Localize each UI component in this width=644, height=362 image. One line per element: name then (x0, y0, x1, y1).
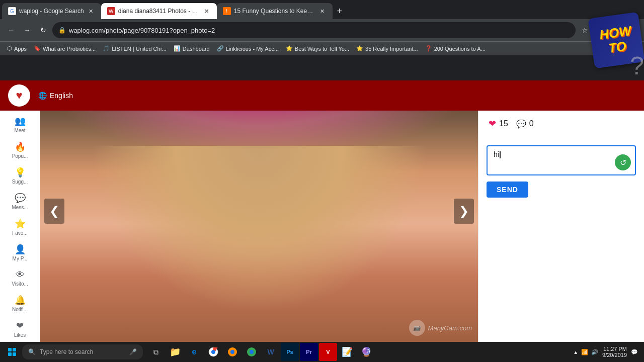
tab-funny-label: 15 Funny Questions to Keep On... (234, 8, 315, 15)
apps-icon: ⬡ (7, 45, 12, 52)
tab-funny-close[interactable]: ✕ (318, 7, 327, 15)
comment-input[interactable]: hi (494, 150, 629, 158)
sidebar-item-my-profile[interactable]: 👤 My P... (0, 240, 40, 265)
task-view-button[interactable]: ⧉ (147, 343, 165, 361)
bookmark-35-important[interactable]: ⭐ 35 Really Important... (353, 44, 421, 53)
waplog-header: ♥ 🌐 English Log in (0, 80, 644, 111)
sidebar-item-notifications[interactable]: 🔔 Notifi... (0, 291, 40, 316)
back-button[interactable]: ← (4, 23, 18, 37)
unknown-app[interactable]: 🔮 (357, 343, 375, 361)
link-icon: 🔗 (217, 45, 224, 52)
browser-chrome: G waplog - Google Search ✕ W diana diana… (0, 0, 644, 50)
bookmark-dashboard[interactable]: 📊 Dashboard (171, 44, 213, 53)
tab-bar: G waplog - Google Search ✕ W diana diana… (0, 0, 644, 19)
chrome-3[interactable] (243, 343, 261, 361)
taskbar: 🔍 Type here to search 🎤 ⧉ 📁 e W Ps Pr V … (0, 342, 644, 362)
sidebar-item-meet[interactable]: 👥 Meet (0, 112, 40, 137)
tab-google-favicon: G (8, 7, 16, 15)
time-display: 11:27 PM (602, 346, 627, 352)
windows-logo (8, 348, 16, 356)
emoji-button[interactable]: ↺ (615, 154, 631, 170)
sidebar-item-suggestions[interactable]: 💡 Sugg... (0, 163, 40, 189)
sidebar-item-favorites[interactable]: ⭐ Favo... (0, 214, 40, 240)
text-cursor (500, 151, 501, 158)
suggestions-icon: 💡 (15, 167, 26, 178)
language-selector[interactable]: 🌐 English (38, 92, 73, 100)
heart-stat-icon: ❤ (489, 118, 496, 129)
sidebar: 👤 👥 Meet 🔥 Popu... 💡 Sugg... 💬 Mess... ⭐… (0, 80, 40, 342)
svg-point-3 (230, 350, 234, 354)
comments-stat: 💬 0 (516, 119, 534, 129)
bookmark-apps[interactable]: ⬡ Apps (4, 44, 30, 53)
network-icon: 📶 (581, 349, 588, 355)
chrome-taskbar[interactable] (204, 343, 222, 361)
waplog-logo: ♥ (8, 84, 30, 107)
refresh-button[interactable]: ↻ (36, 23, 50, 37)
word-app[interactable]: W (262, 343, 280, 361)
favorites-icon: ⭐ (15, 218, 26, 229)
next-photo-button[interactable]: ❯ (454, 199, 474, 224)
start-button[interactable] (2, 342, 22, 362)
sidebar-item-messages[interactable]: 💬 Mess... (0, 189, 40, 214)
premiere-app[interactable]: Pr (300, 343, 318, 361)
send-button[interactable]: SEND (487, 182, 528, 198)
photo-image: ♥ ♥ ♥ ♥ ♥ ♥ ♥ (40, 80, 478, 342)
taskbar-search[interactable]: 🔍 Type here to search 🎤 (22, 344, 143, 359)
tab-waplog-close[interactable]: ✕ (203, 7, 211, 15)
bookmark-best-ways[interactable]: ⭐ Best Ways to Tell Yo... (283, 44, 352, 53)
navigation-bar: ← → ↻ 🔒 waplog.com/photo/page/90780191?o… (0, 19, 644, 41)
search-icon: 🔍 (28, 348, 36, 355)
comments-count: 0 (529, 119, 534, 128)
vegas-app[interactable]: V (319, 343, 337, 361)
bookmark-listen[interactable]: 🎵 LISTEN | United Chr... (100, 44, 170, 53)
globe-icon: 🌐 (38, 92, 47, 100)
taskbar-apps: ⧉ 📁 e W Ps Pr V 📝 🔮 (147, 343, 375, 361)
forward-button[interactable]: → (20, 23, 34, 37)
manycam-logo: 📷 (409, 320, 425, 336)
address-bar[interactable]: 🔒 waplog.com/photo/page/90780191?open_ph… (52, 22, 576, 38)
bookmark-linklicious[interactable]: 🔗 Linklicious - My Acc... (214, 44, 282, 53)
tab-waplog-favicon: W (107, 7, 115, 15)
notification-icon[interactable]: 💬 (631, 349, 638, 355)
prev-photo-button[interactable]: ❮ (44, 199, 64, 224)
bookmark-probiotics[interactable]: 🔖 What are Probiotics... (31, 44, 99, 53)
howto-widget: HOWTO ? (584, 15, 644, 80)
volume-icon[interactable]: 🔊 (591, 349, 598, 355)
tab-funny-favicon: ! (223, 7, 231, 15)
lock-icon: 🔒 (58, 27, 66, 34)
sidebar-item-likes[interactable]: ❤ Likes (0, 316, 40, 342)
taskbar-clock[interactable]: 11:27 PM 9/20/2019 (602, 346, 627, 358)
likes-stat: ❤ 15 (489, 118, 508, 129)
comment-input-wrapper[interactable]: hi ↺ (487, 145, 636, 175)
content-area: 👤 👥 Meet 🔥 Popu... 💡 Sugg... 💬 Mess... ⭐… (0, 80, 644, 342)
panel-stats: ❤ 15 💬 0 (489, 118, 634, 137)
notifications-icon: 🔔 (15, 295, 26, 306)
date-display: 9/20/2019 (602, 352, 627, 358)
microphone-icon[interactable]: 🎤 (129, 348, 137, 355)
sidebar-item-popular[interactable]: 🔥 Popu... (0, 137, 40, 163)
new-tab-button[interactable]: + (333, 4, 347, 18)
chrome-2[interactable] (223, 343, 242, 361)
comment-stat-icon: 💬 (516, 119, 526, 129)
tray-arrow[interactable]: ▲ (573, 349, 578, 355)
bookmarks-bar: ⬡ Apps 🔖 What are Probiotics... 🎵 LISTEN… (0, 41, 644, 55)
tab-funny[interactable]: ! 15 Funny Questions to Keep On... ✕ (217, 3, 333, 19)
svg-point-5 (250, 350, 254, 354)
photoshop-app[interactable]: Ps (281, 343, 299, 361)
tab-google-close[interactable]: ✕ (87, 7, 95, 15)
tab-waplog[interactable]: W diana diana83411 Photos - Wap... ✕ (101, 3, 217, 19)
sticky-notes[interactable]: 📝 (338, 343, 356, 361)
profile-nav-icon: 👤 (15, 244, 26, 255)
bookmark-200-questions[interactable]: ❓ 200 Questions to A... (422, 44, 489, 53)
tab-google-label: waplog - Google Search (19, 8, 84, 15)
star-icon-2: ⭐ (356, 45, 363, 52)
bookmark-icon-2: 🎵 (103, 45, 110, 52)
popular-icon: 🔥 (15, 141, 26, 152)
sidebar-item-visitors[interactable]: 👁 Visito... (0, 265, 40, 291)
tab-google[interactable]: G waplog - Google Search ✕ (2, 3, 101, 19)
bookmark-icon: 🔖 (34, 45, 41, 52)
likes-icon: ❤ (16, 320, 24, 331)
edge-browser[interactable]: e (185, 343, 203, 361)
howto-text: HOWTO (599, 24, 634, 56)
file-explorer-button[interactable]: 📁 (166, 343, 184, 361)
